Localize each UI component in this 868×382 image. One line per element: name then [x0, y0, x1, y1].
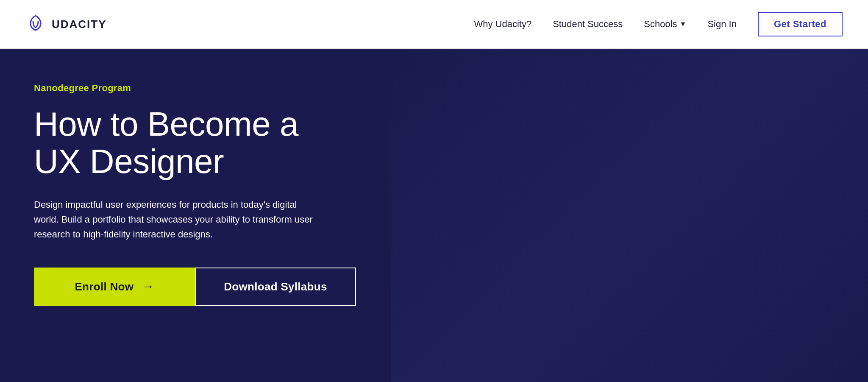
nav-why-udacity[interactable]: Why Udacity? [474, 19, 531, 30]
logo-wordmark: UDACITY [52, 18, 107, 31]
nav-schools[interactable]: Schools ▼ [644, 19, 686, 30]
download-syllabus-button[interactable]: Download Syllabus [195, 268, 356, 306]
arrow-right-icon: → [142, 280, 154, 293]
hero-cta-group: Enroll Now → Download Syllabus [34, 268, 834, 306]
udacity-logo-icon [25, 14, 46, 34]
hero-title: How to Become a UX Designer [34, 106, 322, 180]
nav-sign-in[interactable]: Sign In [707, 19, 737, 30]
logo[interactable]: UDACITY [25, 14, 107, 34]
chevron-down-icon: ▼ [680, 20, 687, 28]
hero-section: Nanodegree Program How to Become a UX De… [0, 49, 868, 382]
nav-student-success[interactable]: Student Success [553, 19, 623, 30]
main-nav: Why Udacity? Student Success Schools ▼ S… [474, 12, 843, 36]
nanodegree-badge: Nanodegree Program [34, 83, 834, 94]
hero-description: Design impactful user experiences for pr… [34, 197, 322, 242]
site-header: UDACITY Why Udacity? Student Success Sch… [0, 0, 868, 49]
get-started-button[interactable]: Get Started [758, 12, 843, 36]
enroll-now-button[interactable]: Enroll Now → [34, 268, 195, 306]
